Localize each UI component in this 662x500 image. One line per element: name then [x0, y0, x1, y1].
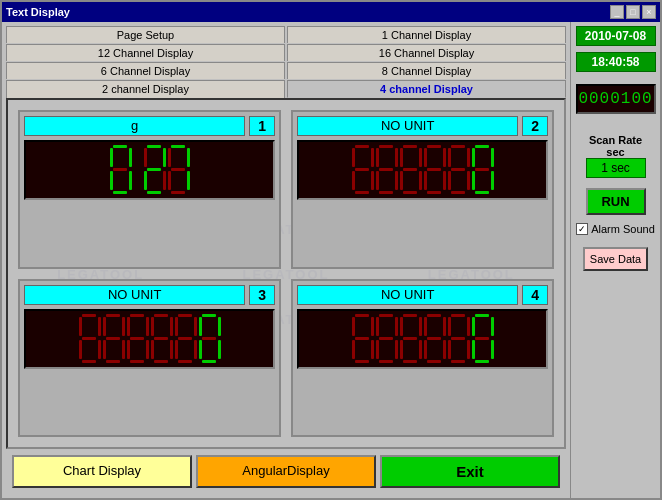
- bottom-bar: Chart Display AngularDisplay Exit: [6, 449, 566, 494]
- channel-4-num: 4: [522, 285, 548, 305]
- digit: [79, 314, 101, 364]
- time-display: 18:40:58: [576, 52, 656, 72]
- left-panel: Page Setup 1 Channel Display 12 Channel …: [2, 22, 570, 498]
- alarm-sound-section: ✓ Alarm Sound: [576, 223, 655, 235]
- digit: [199, 314, 221, 364]
- tab-16-channel[interactable]: 16 Channel Display: [287, 44, 566, 61]
- tab-8-channel[interactable]: 8 Channel Display: [287, 62, 566, 79]
- digit: [376, 314, 398, 364]
- digit: [352, 314, 374, 364]
- scan-rate-label: Scan Rate sec: [586, 134, 646, 158]
- channel-1-header: g 1: [24, 116, 275, 136]
- digit: [448, 145, 470, 195]
- channel-3-header: NO UNIT 3: [24, 285, 275, 305]
- run-button[interactable]: RUN: [586, 188, 646, 215]
- channel-1-num: 1: [249, 116, 275, 136]
- tab-row-4: 2 channel Display 4 channel Display: [6, 80, 566, 98]
- digit: [175, 314, 197, 364]
- exit-button[interactable]: Exit: [380, 455, 560, 488]
- scan-rate-section: Scan Rate sec 1 sec: [586, 130, 646, 178]
- window-controls: _ □ ×: [610, 5, 656, 19]
- digit: [424, 145, 446, 195]
- close-button[interactable]: ×: [642, 5, 656, 19]
- channel-3-num: 3: [249, 285, 275, 305]
- main-window: Text Display _ □ × Page Setup 1 Channel …: [0, 0, 662, 500]
- digit: [376, 145, 398, 195]
- tab-6-channel[interactable]: 6 Channel Display: [6, 62, 285, 79]
- channel-1-unit: g: [24, 116, 245, 136]
- digit: [144, 145, 166, 195]
- channel-2-display: [297, 140, 548, 200]
- counter-display: 0000100: [576, 84, 656, 114]
- angular-display-button[interactable]: AngularDisplay: [196, 455, 376, 488]
- channel-3-box: NO UNIT 3: [18, 279, 281, 438]
- digit: [103, 314, 125, 364]
- date-display: 2010-07-08: [576, 26, 656, 46]
- digit: [448, 314, 470, 364]
- channels-grid: g 1: [8, 100, 564, 447]
- digit: [168, 145, 190, 195]
- digit: [127, 314, 149, 364]
- digit: [134, 145, 142, 195]
- channel-4-box: NO UNIT 4: [291, 279, 554, 438]
- channel-4-header: NO UNIT 4: [297, 285, 548, 305]
- digit: [400, 314, 422, 364]
- tab-4-channel[interactable]: 4 channel Display: [287, 80, 566, 98]
- minimize-button[interactable]: _: [610, 5, 624, 19]
- window-title: Text Display: [6, 6, 70, 18]
- alarm-sound-checkbox[interactable]: ✓: [576, 223, 588, 235]
- channel-2-box: NO UNIT 2: [291, 110, 554, 269]
- title-bar: Text Display _ □ ×: [2, 2, 660, 22]
- channel-1-box: g 1: [18, 110, 281, 269]
- tab-page-setup[interactable]: Page Setup: [6, 26, 285, 43]
- scan-rate-value[interactable]: 1 sec: [586, 158, 646, 178]
- tab-12-channel[interactable]: 12 Channel Display: [6, 44, 285, 61]
- channel-4-unit: NO UNIT: [297, 285, 518, 305]
- channel-1-display: [24, 140, 275, 200]
- tab-row-2: 12 Channel Display 16 Channel Display: [6, 44, 566, 61]
- tab-row-3: 6 Channel Display 8 Channel Display: [6, 62, 566, 79]
- right-panel: 2010-07-08 18:40:58 0000100 Scan Rate se…: [570, 22, 660, 498]
- maximize-button[interactable]: □: [626, 5, 640, 19]
- digit: [151, 314, 173, 364]
- channel-2-num: 2: [522, 116, 548, 136]
- tabs-area: Page Setup 1 Channel Display 12 Channel …: [6, 26, 566, 98]
- chart-display-button[interactable]: Chart Display: [12, 455, 192, 488]
- content-area: LEGATOOLLEGATOOLLEGATOOL LEGATOOLLEGATOO…: [6, 98, 566, 449]
- channel-3-display: [24, 309, 275, 369]
- channel-4-display: [297, 309, 548, 369]
- channel-2-unit: NO UNIT: [297, 116, 518, 136]
- tab-row-1: Page Setup 1 Channel Display: [6, 26, 566, 43]
- alarm-sound-label: Alarm Sound: [591, 223, 655, 235]
- tab-1-channel[interactable]: 1 Channel Display: [287, 26, 566, 43]
- main-area: Page Setup 1 Channel Display 12 Channel …: [2, 22, 660, 498]
- save-data-button[interactable]: Save Data: [583, 247, 648, 271]
- digit: [110, 145, 132, 195]
- digit: [400, 145, 422, 195]
- digit: [352, 145, 374, 195]
- digit: [424, 314, 446, 364]
- counter-value: 0000100: [578, 90, 652, 108]
- digit: [472, 314, 494, 364]
- tab-2-channel[interactable]: 2 channel Display: [6, 80, 285, 98]
- digit: [472, 145, 494, 195]
- channel-2-header: NO UNIT 2: [297, 116, 548, 136]
- channel-3-unit: NO UNIT: [24, 285, 245, 305]
